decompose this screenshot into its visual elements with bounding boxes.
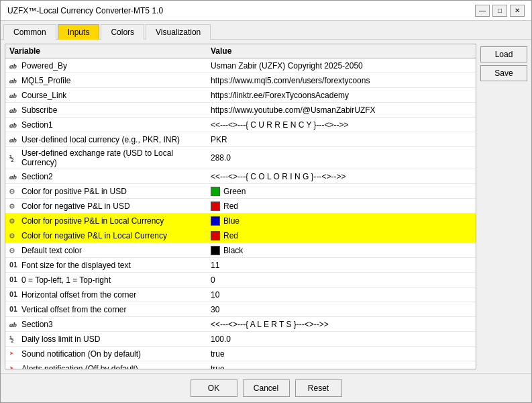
table-row[interactable]: ab Section3 <<---<>---{ A L E R T S }---… [5, 317, 476, 332]
row-value: 30 [211, 305, 472, 314]
row-variable: User-defined local currency (e.g., PKR, … [21, 135, 211, 144]
bottom-bar: OK Cancel Reset [1, 373, 531, 402]
row-value: Red [211, 231, 472, 240]
save-button[interactable]: Save [480, 65, 527, 81]
type-icon-color: ⚙ [9, 245, 21, 255]
row-variable: Daily loss limit in USD [21, 334, 211, 344]
color-swatch [211, 202, 220, 211]
row-variable: Font size for the displayed text [21, 261, 211, 270]
row-variable: Horizontal offset from the corner [21, 290, 211, 300]
row-variable: Alerts notification (Off by default) [21, 364, 211, 370]
row-variable: Color for negative P&L in USD [21, 202, 211, 211]
table-row[interactable]: ab User-defined local currency (e.g., PK… [5, 132, 476, 147]
row-variable: Sound notification (On by default) [21, 349, 211, 359]
row-variable: Default text color [21, 246, 211, 255]
type-icon-arrow: ➤ [9, 364, 21, 369]
row-variable: Section1 [21, 120, 211, 130]
row-variable: Powered_By [21, 61, 211, 71]
ok-button[interactable]: OK [191, 379, 237, 397]
table-row[interactable]: ⚙ Color for positive P&L in USD Green [5, 184, 476, 199]
row-value: 10 [211, 290, 472, 300]
row-variable: Section3 [21, 320, 211, 329]
type-icon-ab: ab [9, 91, 21, 99]
main-content: Variable Value ab Powered_By Usman Zabir… [1, 40, 531, 373]
type-icon-half: ½ [9, 334, 21, 343]
row-value: PKR [211, 135, 472, 144]
tab-inputs[interactable]: Inputs [58, 24, 100, 40]
row-value: 100.0 [211, 334, 472, 344]
table-row[interactable]: ab MQL5_Profile https://www.mql5.com/en/… [5, 73, 476, 88]
color-swatch [211, 231, 220, 240]
row-value: <<---<>---{ C O L O R I N G }---<>-->> [211, 172, 472, 181]
table-row[interactable]: ⚙ Color for negative P&L in Local Curren… [5, 228, 476, 243]
row-value: Black [211, 246, 472, 255]
row-variable: Vertical offset from the corner [21, 305, 211, 314]
type-icon-ab: ab [9, 320, 21, 328]
cancel-button[interactable]: Cancel [243, 379, 290, 397]
row-variable: Section2 [21, 172, 211, 181]
row-variable: Color for positive P&L in USD [21, 187, 211, 196]
row-value: 0 [211, 275, 472, 285]
title-bar: UZFX™-Local Currency Converter-MT5 1.0 —… [1, 1, 531, 21]
table-row[interactable]: ab Section1 <<---<>---{ C U R R E N C Y … [5, 118, 476, 132]
table-row[interactable]: ⚙ Color for negative P&L in USD Red [5, 199, 476, 214]
table-row[interactable]: ➤ Alerts notification (Off by default) t… [5, 361, 476, 369]
row-variable: Color for positive P&L in Local Currency [21, 216, 211, 226]
tab-visualization[interactable]: Visualization [146, 24, 211, 40]
table-body: ab Powered_By Usman Zabir (UZFX) Copyrig… [5, 58, 476, 369]
row-variable: Color for negative P&L in Local Currency [21, 231, 211, 240]
reset-button[interactable]: Reset [295, 379, 342, 397]
type-icon-ab: ab [9, 121, 21, 129]
row-value: https://linktr.ee/ForexTycoonsAcademy [211, 91, 472, 100]
tab-common[interactable]: Common [3, 24, 56, 40]
table-row[interactable]: ab Course_Link https://linktr.ee/ForexTy… [5, 88, 476, 103]
type-icon-ab: ab [9, 173, 21, 181]
tab-colors[interactable]: Colors [101, 24, 144, 40]
type-icon-ab: ab [9, 106, 21, 114]
window-title: UZFX™-Local Currency Converter-MT5 1.0 [7, 6, 163, 15]
table-row[interactable]: ⚙ Default text color Black [5, 243, 476, 258]
maximize-button[interactable]: □ [492, 5, 507, 17]
row-value: 11 [211, 261, 472, 270]
type-icon-color: ⚙ [9, 230, 21, 240]
type-icon-color: ⚙ [9, 186, 21, 196]
row-variable: 0 = Top-left, 1 = Top-right [21, 275, 211, 285]
table-row[interactable]: ➤ Sound notification (On by default) tru… [5, 347, 476, 361]
table-row[interactable]: ½ Daily loss limit in USD 100.0 [5, 332, 476, 347]
type-icon-color: ⚙ [9, 216, 21, 226]
row-value: Green [211, 187, 472, 196]
row-value: true [211, 364, 472, 370]
type-icon-ab: ab [9, 136, 21, 144]
header-variable: Variable [9, 46, 211, 56]
color-swatch [211, 246, 220, 255]
row-value: Blue [211, 216, 472, 226]
table-row[interactable]: O1 Horizontal offset from the corner 10 [5, 287, 476, 302]
minimize-button[interactable]: — [475, 5, 490, 17]
inputs-table: Variable Value ab Powered_By Usman Zabir… [5, 44, 476, 369]
table-row[interactable]: ab Section2 <<---<>---{ C O L O R I N G … [5, 169, 476, 184]
header-value: Value [211, 46, 472, 56]
type-icon-o1: O1 [9, 306, 21, 313]
table-row[interactable]: O1 0 = Top-left, 1 = Top-right 0 [5, 273, 476, 287]
load-button[interactable]: Load [480, 46, 527, 62]
table-row[interactable]: ab Powered_By Usman Zabir (UZFX) Copyrig… [5, 58, 476, 73]
type-icon-arrow: ➤ [9, 349, 21, 358]
table-row[interactable]: O1 Font size for the displayed text 11 [5, 258, 476, 273]
row-value: Usman Zabir (UZFX) Copyright 2025-2050 [211, 61, 472, 71]
table-row[interactable]: ½ User-defined exchange rate (USD to Loc… [5, 147, 476, 169]
close-button[interactable]: ✕ [510, 5, 525, 17]
type-icon-o1: O1 [9, 276, 21, 283]
type-icon-ab: ab [9, 62, 21, 70]
type-icon-o1: O1 [9, 261, 21, 269]
row-variable: Subscribe [21, 105, 211, 115]
row-variable: User-defined exchange rate (USD to Local… [21, 148, 211, 167]
type-icon-o1: O1 [9, 291, 21, 298]
table-row[interactable]: ⚙ Color for positive P&L in Local Curren… [5, 214, 476, 228]
table-row[interactable]: ab Subscribe https://www.youtube.com/@Us… [5, 103, 476, 118]
row-variable: Course_Link [21, 91, 211, 100]
table-row[interactable]: O1 Vertical offset from the corner 30 [5, 302, 476, 317]
type-icon-color: ⚙ [9, 201, 21, 211]
type-icon-ab: ab [9, 77, 21, 85]
tabs-bar: Common Inputs Colors Visualization [1, 21, 531, 40]
title-controls: — □ ✕ [475, 5, 525, 17]
